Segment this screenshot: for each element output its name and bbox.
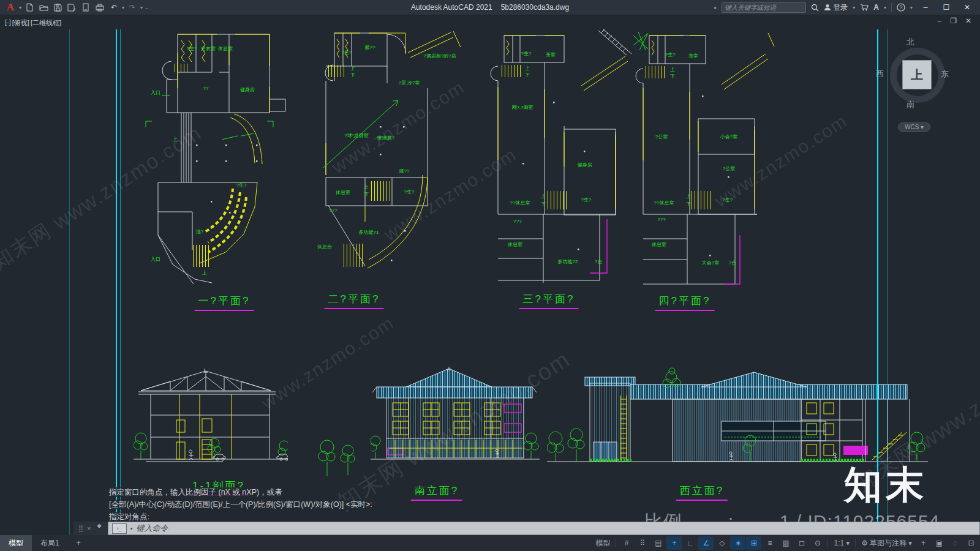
search-icon[interactable] [811,4,819,12]
close-button[interactable]: ✕ [959,1,975,13]
viewport-style-button[interactable]: [二维线框] [31,18,61,28]
plan-2-title: 二?平面? [325,292,384,309]
snap-mode-toggle[interactable]: ⠿ [635,536,650,550]
open-button[interactable] [37,2,50,13]
polar-tracking-toggle[interactable]: ∠ [698,536,714,550]
help-caret-icon[interactable]: ▾ [910,5,913,10]
svg-text:上: 上 [363,184,369,190]
doc-minimize-button[interactable]: – [937,17,941,25]
new-file-button[interactable] [23,2,36,13]
minimize-button[interactable]: – [918,1,933,13]
autodesk-app-icon[interactable]: A [873,3,879,12]
floor-plan-3-drawing: ?生? 茶室 上 下 网?.?廊室 健身房 ??休息室 上 下 ?生? ??? … [486,28,636,288]
svg-text:多功能?2: 多功能?2 [558,259,578,264]
workspace-switcher[interactable]: ⚙ 草图与注释 ▾ [858,538,915,549]
undo-button[interactable]: ↶ [108,2,120,13]
svg-text:休息台: 休息台 [317,244,332,250]
annotation-visibility-toggle[interactable]: ⊙ [810,536,825,550]
viewcube-top-face[interactable]: 上 [902,60,932,89]
model-space-canvas[interactable]: [-] [俯视] [二维线框] – ❐ ✕ [0,15,980,535]
model-space-toggle[interactable]: 模型 [592,538,613,549]
plan-1-title: 一?平面? [195,294,254,311]
document-window-controls: – ❐ ✕ [937,17,971,25]
new-layout-button[interactable]: + [68,535,89,551]
dynamic-input-toggle[interactable]: + [666,536,682,550]
svg-text:健身房: 健身房 [578,162,592,168]
svg-text:休息室: 休息室 [336,190,350,195]
command-line-icon[interactable]: ›_ [112,523,127,534]
ortho-mode-toggle[interactable]: ∟ [682,536,698,550]
grid-display-toggle[interactable]: # [619,536,634,550]
app-store-cart-icon[interactable] [860,4,869,11]
quick-properties-toggle[interactable]: ▣ [932,536,947,550]
viewport-controls-button[interactable]: [-] [5,18,11,28]
autocad-logo[interactable]: A [4,1,17,13]
tab-layout1[interactable]: 布局1 [32,535,68,551]
search-collapse-icon[interactable]: ▸ [714,5,717,10]
clean-screen-button[interactable]: ⊡ [963,536,979,550]
transfer-button[interactable] [80,2,92,13]
sign-in-button[interactable]: 登录 [824,2,848,13]
help-icon[interactable]: ? [897,3,905,12]
plan-4-title: 四?平面? [655,294,715,311]
svg-text:?生?: ?生? [723,197,733,203]
section-1-1-drawing [134,367,288,473]
command-history-line: 指定对角点: [105,512,153,522]
object-snap-tracking-toggle[interactable]: ∗ [730,536,745,550]
command-history-line: [全部(A)/中心(C)/动态(D)/范围(E)/上一个(P)/比例(S)/窗口… [105,500,376,509]
search-input[interactable] [722,2,806,13]
svg-text:??休息室: ??休息室 [510,200,530,206]
grip-dots-icon[interactable]: ⣿ [78,525,83,533]
object-snap-toggle[interactable]: ⊞ [746,536,761,550]
isometric-drafting-toggle[interactable]: ◇ [714,536,729,550]
viewport-view-button[interactable]: [俯视] [12,18,29,28]
transparency-toggle[interactable]: ▨ [778,536,793,550]
undo-caret-icon[interactable]: ▾ [122,5,124,10]
svg-text:茶室: 茶室 [688,53,698,59]
redo-button[interactable]: ↷ [126,2,138,13]
west-elevation-title: 西立面? [676,484,728,501]
svg-text:上: 上 [202,270,207,276]
plan-3-title: 三?平面? [519,292,579,309]
doc-close-button[interactable]: ✕ [965,17,971,25]
lineweight-toggle[interactable]: ≡ [762,536,777,550]
svg-text:上: 上 [524,66,530,71]
annotation-scale-dropdown[interactable]: 1:1 ▾ [831,539,853,547]
west-elevation-drawing [547,367,928,474]
svg-text:?生?: ?生? [236,182,247,188]
app-menu-caret-icon[interactable]: ▾ [19,5,21,10]
save-as-button[interactable] [66,2,78,13]
tab-model[interactable]: 模型 [0,535,32,551]
svg-text:??休息室: ??休息室 [654,200,674,206]
annotation-monitor-toggle[interactable]: + [916,536,931,550]
infer-constraints-toggle[interactable]: ▤ [650,536,666,550]
status-bar: 模型 布局1 + 模型 # ⠿ ▤ + ∟ ∠ ◇ ∗ ⊞ ≡ ▨ ◻ ⊙ 1:… [0,535,980,551]
viewcube-east[interactable]: 东 [941,69,949,80]
viewcube[interactable]: 北 南 西 东 上 WCS ▾ [875,37,960,141]
wcs-dropdown[interactable]: WCS ▾ [898,122,930,132]
floor-plan-1-drawing: ?生? 更衣室 休息室 入口 ?? 健身房 上 ?生? 池? 入口 上 [143,28,288,288]
save-button[interactable] [51,2,64,13]
command-close-icon[interactable]: × [87,525,91,532]
svg-text:更衣室: 更衣室 [201,46,216,51]
quick-access-menu-button[interactable]: ⌄ [145,5,149,10]
svg-text:小会?室: 小会?室 [720,134,737,140]
isolate-objects-button[interactable]: ◌ [948,536,963,550]
svg-text:服??: 服?? [365,45,375,50]
maximize-button[interactable]: ☐ [938,1,954,13]
selection-cycling-toggle[interactable]: ◻ [794,536,809,550]
redo-caret-icon[interactable]: ▾ [140,5,143,10]
viewcube-north[interactable]: 北 [907,37,914,48]
customize-wrench-icon[interactable] [95,524,103,533]
doc-restore-button[interactable]: ❐ [950,17,957,25]
command-bar-grip[interactable]: ⣿ × [74,522,108,535]
autodesk-app-caret-icon[interactable]: ▾ [884,5,886,10]
south-elevation-drawing [371,366,540,473]
titlebar-divider [891,3,892,12]
recent-commands-caret-icon[interactable]: ▾ [130,526,133,531]
command-input[interactable]: 键入命令 [137,523,168,534]
svg-text:大会?室: 大会?室 [702,260,719,266]
plot-button[interactable] [94,2,106,13]
sign-in-caret-icon[interactable]: ▾ [853,5,855,10]
viewcube-south[interactable]: 南 [907,99,914,110]
